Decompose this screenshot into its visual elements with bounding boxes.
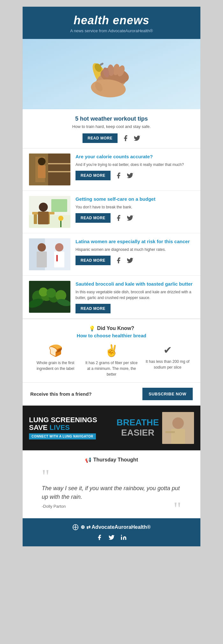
lung-image [162,412,194,444]
footer-linkedin-icon[interactable] [120,534,127,541]
article-4-read-more-button[interactable]: READ MORE [76,304,111,313]
article-2-facebook-icon[interactable] [115,214,122,221]
svg-point-26 [39,203,48,212]
footer: ⊕ ⇄ AdvocateAuroraHealth® [23,518,200,546]
article-1-actions: READ MORE [76,171,194,180]
article-4-content: Sautéed broccoli and kale with toasted g… [76,281,194,313]
dyk-items: 🍞 Whole grain is the first ingredient on… [29,344,194,377]
svg-rect-22 [51,199,67,212]
quote-container: " The way I see it, if you want the rain… [32,468,191,512]
breathe-text: BREATHE [117,418,159,428]
twitter-icon[interactable] [133,135,140,142]
footer-logo: ⊕ ⇄ AdvocateAuroraHealth® [29,524,194,530]
peace-icon: ✌️ [104,344,119,357]
dyk-item-1: 🍞 Whole grain is the first ingredient on… [29,344,82,377]
easier-text: EASIER [117,428,159,438]
featured-article-subtitle: How to train hard, keep cool and stay sa… [32,124,191,129]
did-you-know-section: 💡 Did You Know? How to choose healthier … [23,319,200,383]
article-4-title: Sautéed broccoli and kale with toasted g… [76,281,194,287]
svg-rect-34 [54,251,64,267]
article-2-content: Getting some self-care on a budget You d… [76,196,194,223]
svg-rect-27 [38,212,49,224]
subscribe-banner: Receive this from a friend? SUBSCRIBE NO… [23,383,200,406]
svg-point-36 [38,243,46,251]
article-2-title: Getting some self-care on a budget [76,196,194,202]
article-1-desc: And if you’re trying to eat better, does… [76,162,194,168]
lung-left-content: LUNG SCREENINGS SAVE LIVES CONNECT WITH … [29,416,113,439]
dyk-item-3-text: It has less than 200 mg of sodium per sl… [141,359,194,370]
subscribe-button[interactable]: SUBSCRIBE NOW [142,388,193,400]
footer-facebook-icon[interactable] [96,534,103,541]
svg-point-33 [55,243,63,251]
featured-actions: READ MORE [32,133,191,143]
article-1-thumb [29,154,70,185]
svg-rect-54 [121,536,122,540]
article-item: Sautéed broccoli and kale with toasted g… [23,276,200,319]
megaphone-icon: 📢 [85,457,91,463]
article-3-actions: READ MORE [76,256,194,265]
article-3-content: Latina women are especially at risk for … [76,238,194,265]
svg-rect-37 [37,251,47,267]
footer-twitter-icon[interactable] [108,534,115,541]
svg-rect-24 [34,214,37,224]
checkmark-icon: ✔ [163,344,172,356]
article-list: Are your calorie counts accurate? And if… [23,148,200,319]
header-title: health enews [29,14,194,27]
svg-rect-17 [48,171,70,172]
article-2-thumb [29,196,70,228]
article-3-thumb [29,238,70,270]
article-2-actions: READ MORE [76,213,194,223]
article-item: Latina women are especially at risk for … [23,233,200,276]
svg-point-28 [58,216,63,221]
svg-rect-19 [38,165,46,178]
subscribe-text: Receive this from a friend? [30,391,92,397]
svg-point-55 [121,535,122,535]
article-1-twitter-icon[interactable] [126,172,133,179]
dyk-item-1-text: Whole grain is the first ingredient on t… [29,360,82,371]
thursday-thought-section: 📢 Thursday Thought " The way I see it, i… [23,450,200,518]
footer-social [29,534,194,541]
article-2-desc: You don’t have to break the bank. [76,204,194,210]
svg-point-48 [172,417,184,429]
dyk-item-3: ✔ It has less than 200 mg of sodium per … [141,344,194,377]
dyk-item-2-text: It has 2 grams of fiber per slice at a m… [85,360,138,377]
lung-screening-banner: LUNG SCREENINGS SAVE LIVES CONNECT WITH … [23,406,200,450]
article-3-twitter-icon[interactable] [126,257,133,264]
quote-text: The way I see it, if you want the rainbo… [42,484,181,501]
article-2-read-more-button[interactable]: READ MORE [76,213,111,223]
svg-rect-35 [56,255,58,261]
featured-read-more-button[interactable]: READ MORE [83,133,118,143]
article-item: Are your calorie counts accurate? And if… [23,148,200,191]
dyk-header: 💡 Did You Know? [29,326,194,332]
article-3-facebook-icon[interactable] [115,257,122,264]
dyk-item-2: ✌️ It has 2 grams of fiber per slice at … [85,344,138,377]
featured-article: 5 hot weather workout tips How to train … [23,109,200,148]
email-container: health enews A news service from Advocat… [22,6,201,547]
article-3-read-more-button[interactable]: READ MORE [76,256,111,265]
footer-logo-icon [72,524,79,530]
svg-rect-29 [60,221,61,227]
article-4-desc: In this easy vegetable side dish, brocco… [76,289,194,301]
article-1-facebook-icon[interactable] [115,172,122,179]
svg-point-44 [47,288,56,298]
lung-connect-label[interactable]: CONNECT WITH A LUNG NAVIGATOR [29,433,96,439]
thursday-thought-header: 📢 Thursday Thought [32,457,191,463]
bread-icon: 🍞 [48,344,63,357]
article-2-twitter-icon[interactable] [126,214,133,221]
header: health enews A news service from Advocat… [23,7,200,39]
svg-rect-16 [48,163,70,164]
article-1-read-more-button[interactable]: READ MORE [76,171,111,180]
article-3-title: Latina women are especially at risk for … [76,238,194,245]
featured-article-title: 5 hot weather workout tips [32,116,191,122]
facebook-icon[interactable] [122,135,129,142]
article-4-actions: READ MORE [76,304,194,313]
svg-point-43 [39,288,48,296]
lightbulb-icon: 💡 [89,326,95,332]
article-item: Getting some self-care on a budget You d… [23,191,200,233]
hero-image [23,39,200,109]
quote-author: -Dolly Parton [42,504,181,509]
svg-rect-50 [165,431,175,433]
quote-open-mark: " [42,471,181,481]
lung-breathe-content: BREATHE EASIER [113,418,162,438]
svg-point-18 [38,158,46,165]
